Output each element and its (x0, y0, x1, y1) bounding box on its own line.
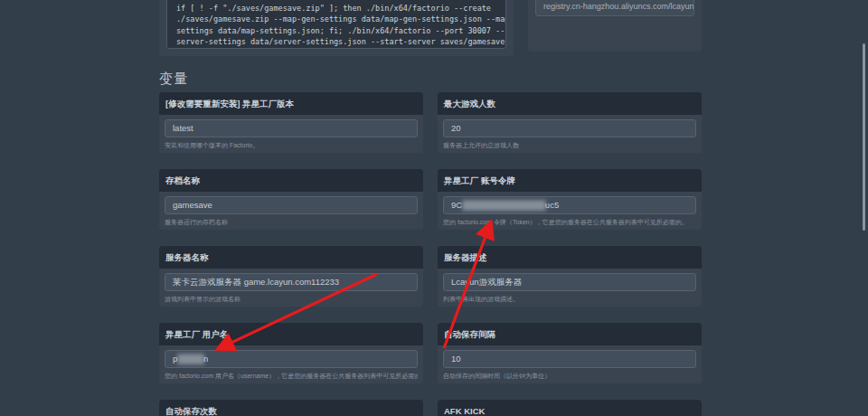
field-card-save-name: 存档名称 gamesave 服务器运行的存档名称 (159, 169, 423, 230)
field-card-account-token: 异星工厂 账号令牌 9C████████████████uc5 您的 facto… (438, 169, 702, 230)
startup-command-line: ./saves/gamesave.zip --map-gen-settings … (176, 14, 496, 24)
field-card-username: 异星工厂 用户名 p█████n 您的 factorio.com 用户名（use… (159, 323, 423, 383)
token-visible-suffix: uc5 (545, 200, 559, 210)
field-help: 安装和使用哪个版本的 Factorio。 (165, 141, 418, 150)
startup-command-line: settings data/map-settings.json; fi; ./b… (176, 25, 496, 36)
autosave-interval-input[interactable]: 10 (443, 350, 696, 368)
field-card-factorio-version: [修改需要重新安装] 异星工厂版本 latest 安装和使用哪个版本的 Fact… (159, 92, 423, 153)
docker-image-input[interactable]: registry.cn-hangzhou.aliyuncs.com/lcayun… (535, 0, 694, 16)
max-players-input[interactable]: 20 (443, 119, 696, 137)
token-redacted: ████████████████ (462, 200, 545, 210)
username-visible-suffix: n (203, 354, 208, 364)
startup-command-panel: if [ ! -f "./saves/gamesave.zip" ]; then… (159, 0, 514, 56)
field-card-autosave-interval: 自动保存间隔 10 自动保存的间隔时间（以分钟为单位） (438, 323, 702, 383)
field-label: 服务器描述 (438, 246, 702, 269)
field-card-autosave-slots: 自动保存次数 (159, 400, 423, 416)
startup-command-line: if [ ! -f "./saves/gamesave.zip" ]; then… (176, 3, 496, 14)
field-label: 自动保存间隔 (438, 323, 702, 345)
field-card-server-description: 服务器描述 Lcayun游戏服务器 列表中将出现的游戏描述。 (438, 246, 702, 307)
server-description-input[interactable]: Lcayun游戏服务器 (443, 273, 696, 291)
field-card-afk-kick: AFK KICK (438, 400, 702, 416)
field-label: 服务器名称 (159, 246, 423, 269)
field-label: 最大游戏人数 (438, 92, 702, 115)
username-redacted: █████ (177, 354, 203, 364)
scrollbar-thumb[interactable] (863, 43, 865, 231)
field-label: 存档名称 (159, 169, 423, 192)
field-card-server-name: 服务器名称 莱卡云游戏服务器 game.lcayun.com112233 游戏列… (159, 246, 423, 307)
field-help: 服务器运行的存档名称 (165, 218, 418, 227)
field-label: 异星工厂 账号令牌 (438, 169, 702, 192)
docker-image-panel: registry.cn-hangzhou.aliyuncs.com/lcayun… (528, 0, 702, 52)
field-help: 您的 factorio.com 令牌（Token），它是您的服务器在公共服务器列… (443, 218, 696, 227)
startup-command-line: server-settings data/server-settings.jso… (176, 36, 496, 47)
field-label: 自动保存次数 (159, 400, 423, 416)
version-input[interactable]: latest (165, 119, 418, 137)
startup-command: if [ ! -f "./saves/gamesave.zip" ]; then… (166, 0, 506, 49)
field-card-max-players: 最大游戏人数 20 服务器上允许的总游戏人数 (438, 92, 702, 153)
field-help: 自动保存的间隔时间（以分钟为单位） (443, 372, 696, 381)
field-label: 异星工厂 用户名 (159, 323, 423, 345)
field-label: [修改需要重新安装] 异星工厂版本 (159, 92, 423, 115)
variables-grid: [修改需要重新安装] 异星工厂版本 latest 安装和使用哪个版本的 Fact… (159, 92, 702, 416)
save-name-input[interactable]: gamesave (165, 196, 418, 214)
field-help: 您的 factorio.com 用户名（username），它是您的服务器在公共… (165, 372, 418, 381)
server-name-input[interactable]: 莱卡云游戏服务器 game.lcayun.com112233 (165, 273, 418, 291)
field-help: 游戏列表中显示的游戏名称 (165, 295, 418, 304)
field-help: 列表中将出现的游戏描述。 (443, 295, 696, 304)
field-label: AFK KICK (438, 400, 702, 416)
field-help: 服务器上允许的总游戏人数 (443, 141, 696, 150)
username-input[interactable]: p█████n (165, 350, 418, 368)
token-visible-prefix: 9C (451, 200, 462, 210)
variables-heading: 变量 (159, 71, 188, 88)
token-input[interactable]: 9C████████████████uc5 (443, 196, 696, 214)
